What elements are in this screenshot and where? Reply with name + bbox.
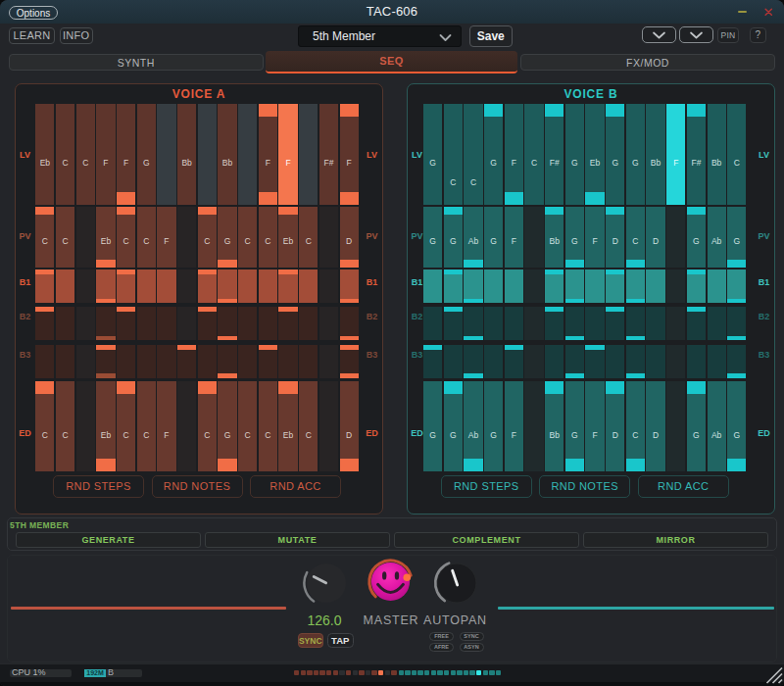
step-cell[interactable]: G xyxy=(565,381,584,471)
step-cell[interactable] xyxy=(299,104,318,205)
step-cell[interactable] xyxy=(484,345,503,378)
rnd-notes-button[interactable]: RND NOTES xyxy=(539,475,630,498)
step-cell[interactable] xyxy=(177,345,196,378)
step-cell[interactable] xyxy=(117,270,135,303)
step-cell[interactable] xyxy=(218,345,236,378)
step-cell[interactable] xyxy=(646,307,664,340)
step-cell[interactable] xyxy=(340,345,359,378)
help-button[interactable]: ? xyxy=(750,27,766,43)
step-cell[interactable]: C xyxy=(299,381,318,471)
step-cell[interactable] xyxy=(56,307,74,340)
step-cell[interactable] xyxy=(35,345,54,378)
step-cell[interactable] xyxy=(76,270,95,303)
step-cell[interactable]: D xyxy=(606,207,624,268)
step-cell[interactable] xyxy=(238,104,257,205)
step-cell[interactable] xyxy=(177,381,196,471)
step-cell[interactable]: C xyxy=(299,207,318,268)
step-cell[interactable] xyxy=(299,307,318,340)
step-cell[interactable] xyxy=(524,345,543,378)
step-cell[interactable] xyxy=(157,270,175,303)
step-cell[interactable] xyxy=(198,307,217,340)
step-cell[interactable]: C xyxy=(626,381,645,471)
step-cell[interactable] xyxy=(56,345,74,378)
step-cell[interactable] xyxy=(626,270,645,303)
step-cell[interactable] xyxy=(117,307,135,340)
step-cell[interactable]: C xyxy=(56,104,74,205)
step-cell[interactable]: F xyxy=(585,207,604,268)
step-cell[interactable] xyxy=(444,307,463,340)
step-cell[interactable]: G xyxy=(137,104,156,205)
step-cell[interactable] xyxy=(278,270,297,303)
step-cell[interactable]: F xyxy=(340,104,359,205)
mirror-button[interactable]: MIRROR xyxy=(583,532,768,548)
prev-preset-button[interactable] xyxy=(642,26,676,43)
step-cell[interactable] xyxy=(464,270,482,303)
step-cell[interactable] xyxy=(177,307,196,340)
step-cell[interactable]: C xyxy=(56,381,74,471)
step-cell[interactable]: G xyxy=(565,104,584,205)
rnd-acc-button[interactable]: RND ACC xyxy=(250,475,341,498)
step-cell[interactable] xyxy=(646,270,664,303)
rnd-steps-button[interactable]: RND STEPS xyxy=(53,475,144,498)
step-cell[interactable] xyxy=(666,207,685,268)
step-cell[interactable]: C xyxy=(626,207,645,268)
step-cell[interactable]: G xyxy=(423,381,442,471)
step-cell[interactable] xyxy=(319,207,338,268)
step-cell[interactable] xyxy=(340,270,359,303)
rnd-acc-button[interactable]: RND ACC xyxy=(638,475,729,498)
step-cell[interactable] xyxy=(444,270,463,303)
autopan-mode-asyn-button[interactable]: ASYN xyxy=(460,643,484,652)
minimize-icon[interactable] xyxy=(738,11,748,13)
step-cell[interactable]: F xyxy=(157,381,175,471)
step-cell[interactable] xyxy=(218,307,236,340)
step-cell[interactable] xyxy=(137,345,156,378)
step-cell[interactable] xyxy=(545,345,564,378)
step-cell[interactable]: C xyxy=(198,207,217,268)
step-cell[interactable] xyxy=(137,307,156,340)
step-cell[interactable]: D xyxy=(646,381,664,471)
step-cell[interactable]: C xyxy=(259,207,277,268)
step-cell[interactable]: C xyxy=(117,381,135,471)
step-cell[interactable] xyxy=(727,345,746,378)
step-cell[interactable] xyxy=(340,307,359,340)
step-cell[interactable]: C xyxy=(524,104,543,205)
step-cell[interactable] xyxy=(423,270,442,303)
step-cell[interactable] xyxy=(423,307,442,340)
step-cell[interactable]: F xyxy=(505,207,523,268)
step-cell[interactable]: G xyxy=(687,207,706,268)
step-cell[interactable]: Bb xyxy=(646,104,664,205)
step-cell[interactable]: C xyxy=(35,207,54,268)
tab-synth[interactable]: SYNTH xyxy=(9,54,264,72)
close-icon[interactable] xyxy=(764,8,773,17)
step-cell[interactable] xyxy=(524,307,543,340)
step-cell[interactable] xyxy=(157,345,175,378)
step-cell[interactable] xyxy=(565,345,584,378)
step-cell[interactable] xyxy=(505,345,523,378)
step-cell[interactable]: Bb xyxy=(218,104,236,205)
step-cell[interactable]: Ab xyxy=(708,207,726,268)
step-cell[interactable]: F xyxy=(259,104,277,205)
step-cell[interactable]: D xyxy=(340,207,359,268)
step-cell[interactable] xyxy=(319,270,338,303)
step-cell[interactable] xyxy=(585,307,604,340)
step-cell[interactable]: G xyxy=(423,104,442,205)
step-cell[interactable] xyxy=(238,307,257,340)
resize-grip-icon[interactable] xyxy=(765,666,783,684)
step-cell[interactable]: Bb xyxy=(545,207,564,268)
step-cell[interactable] xyxy=(464,345,482,378)
step-cell[interactable] xyxy=(299,345,318,378)
autopan-mode-free-button[interactable]: FREE xyxy=(429,632,454,641)
step-cell[interactable] xyxy=(687,270,706,303)
step-cell[interactable] xyxy=(484,307,503,340)
autopan-mode-afre-button[interactable]: AFRE xyxy=(429,643,454,652)
step-cell[interactable] xyxy=(35,307,54,340)
step-cell[interactable]: G xyxy=(423,207,442,268)
step-cell[interactable] xyxy=(423,345,442,378)
step-cell[interactable]: D xyxy=(606,381,624,471)
step-cell[interactable] xyxy=(524,381,543,471)
step-cell[interactable] xyxy=(218,270,236,303)
rnd-steps-button[interactable]: RND STEPS xyxy=(441,475,532,498)
step-cell[interactable] xyxy=(278,307,297,340)
step-cell[interactable]: D xyxy=(340,381,359,471)
step-cell[interactable]: C xyxy=(137,381,156,471)
